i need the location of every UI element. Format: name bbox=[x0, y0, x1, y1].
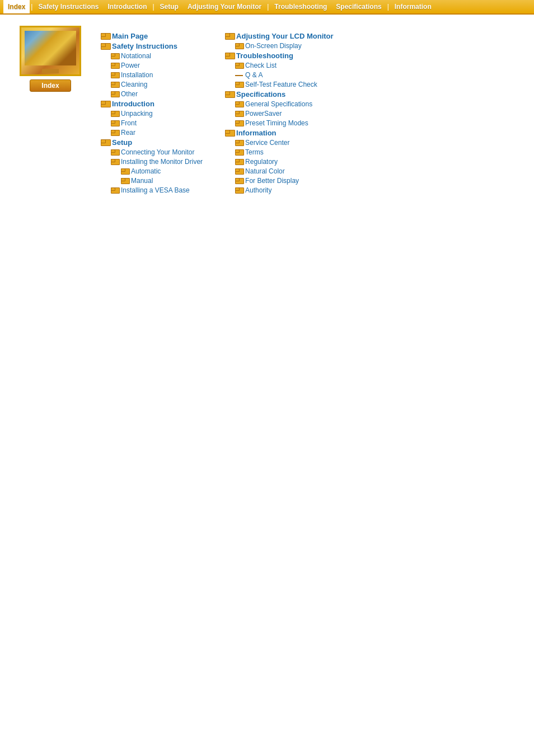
folder-icon-sm bbox=[235, 187, 243, 194]
tree-item[interactable]: Automatic bbox=[121, 167, 203, 176]
tree-item-label: Installing the Monitor Driver bbox=[121, 158, 203, 166]
dash-icon bbox=[235, 75, 243, 76]
tree-item[interactable]: Safety Instructions bbox=[101, 41, 203, 51]
nav-item-safety-instructions[interactable]: Safety Instructions bbox=[34, 0, 103, 13]
right-tree: Adjusting Your LCD MonitorOn-Screen Disp… bbox=[225, 31, 334, 195]
tree-item-label: Setup bbox=[112, 138, 132, 147]
tree-item-label: Introduction bbox=[112, 100, 154, 108]
tree-item[interactable]: Information bbox=[225, 128, 334, 138]
tree-item[interactable]: Terms bbox=[235, 148, 334, 157]
tree-item[interactable]: Main Page bbox=[101, 31, 203, 41]
tree-item[interactable]: Preset Timing Modes bbox=[235, 119, 334, 128]
index-button[interactable]: Index bbox=[30, 79, 71, 92]
tree-item[interactable]: Notational bbox=[111, 51, 203, 60]
tree-item[interactable]: Installing a VESA Base bbox=[111, 186, 203, 195]
tree-item[interactable]: Connecting Your Monitor bbox=[111, 148, 203, 157]
tree-item-label: Check List bbox=[245, 62, 277, 69]
folder-icon bbox=[225, 91, 234, 98]
folder-icon bbox=[101, 139, 110, 146]
main-content: Index Main PageSafety InstructionsNotati… bbox=[0, 15, 534, 206]
tree-item-label: Notational bbox=[121, 52, 151, 60]
nav-item-specifications[interactable]: Specifications bbox=[331, 0, 386, 13]
tree-item-label: General Specifications bbox=[245, 100, 312, 108]
tree-item-label: For Better Display bbox=[245, 177, 299, 185]
folder-icon-sm bbox=[121, 178, 129, 184]
tree-item-label: Regulatory bbox=[245, 158, 278, 166]
folder-icon-sm bbox=[235, 43, 243, 49]
tree-item-label: Manual bbox=[131, 177, 153, 185]
nav-item-introduction[interactable]: Introduction bbox=[104, 0, 152, 13]
tree-item[interactable]: Rear bbox=[111, 128, 203, 137]
tree-item-label: Other bbox=[121, 90, 138, 98]
nav-separator: | bbox=[30, 3, 34, 11]
tree-item[interactable]: Check List bbox=[235, 61, 334, 70]
tree-item[interactable]: Installation bbox=[111, 71, 203, 79]
folder-icon-sm bbox=[111, 91, 119, 97]
tree-item-label: Preset Timing Modes bbox=[245, 119, 308, 127]
tree-item[interactable]: Natural Color bbox=[235, 167, 334, 176]
tree-item-label: On-Screen Display bbox=[245, 42, 302, 50]
tree-item[interactable]: Introduction bbox=[101, 99, 203, 109]
tree-item[interactable]: Installing the Monitor Driver bbox=[111, 157, 203, 166]
tree-item-label: Installing a VESA Base bbox=[121, 186, 190, 194]
folder-icon-sm bbox=[111, 53, 119, 59]
tree-item[interactable]: Other bbox=[111, 90, 203, 98]
folder-icon-sm bbox=[111, 82, 119, 88]
tree-item-label: Power bbox=[121, 62, 140, 69]
tree-item[interactable]: Self-Test Feature Check bbox=[235, 80, 334, 89]
tree-item-label: Automatic bbox=[131, 167, 161, 175]
tree-item-label: Troubleshooting bbox=[236, 51, 293, 60]
nav-item-information[interactable]: Information bbox=[390, 0, 436, 13]
folder-icon bbox=[101, 33, 110, 40]
tree-item-label: Q & A bbox=[245, 71, 263, 79]
folder-icon-sm bbox=[235, 120, 243, 126]
folder-icon-sm bbox=[111, 130, 119, 136]
tree-item[interactable]: Troubleshooting bbox=[225, 51, 334, 60]
tree-item-label: PowerSaver bbox=[245, 110, 282, 118]
folder-icon-sm bbox=[235, 82, 243, 88]
tree-item-label: Front bbox=[121, 119, 137, 127]
tree-item-label: Installation bbox=[121, 71, 153, 79]
nav-separator: | bbox=[266, 3, 270, 11]
nav-item-adjusting-your-monitor[interactable]: Adjusting Your Monitor bbox=[183, 0, 266, 13]
folder-icon-sm bbox=[235, 111, 243, 117]
tree-item[interactable]: Manual bbox=[121, 176, 203, 185]
folder-icon-sm bbox=[121, 168, 129, 175]
folder-icon-sm bbox=[235, 168, 243, 175]
left-tree: Main PageSafety InstructionsNotationalPo… bbox=[101, 31, 203, 195]
tree-item-label: Self-Test Feature Check bbox=[245, 81, 317, 88]
folder-icon-sm bbox=[111, 111, 119, 117]
folder-icon bbox=[101, 43, 110, 50]
tree-item[interactable]: Adjusting Your LCD Monitor bbox=[225, 31, 334, 41]
folder-icon-sm bbox=[111, 72, 119, 78]
tree-item[interactable]: Unpacking bbox=[111, 109, 203, 118]
nav-item-index[interactable]: Index bbox=[3, 0, 30, 13]
tree-item[interactable]: Regulatory bbox=[235, 157, 334, 166]
tree-item[interactable]: General Specifications bbox=[235, 100, 334, 109]
folder-icon bbox=[225, 53, 234, 59]
nav-item-troubleshooting[interactable]: Troubleshooting bbox=[270, 0, 331, 13]
tree-item-label: Terms bbox=[245, 148, 264, 156]
tree-item[interactable]: Setup bbox=[101, 138, 203, 147]
tree-item-label: Service Center bbox=[245, 139, 289, 147]
folder-icon-sm bbox=[235, 63, 243, 69]
tree-item[interactable]: Power bbox=[111, 61, 203, 70]
left-panel: Index bbox=[11, 26, 90, 195]
folder-icon-sm bbox=[235, 101, 243, 107]
folder-icon bbox=[225, 33, 234, 40]
tree-item-label: Specifications bbox=[236, 90, 285, 98]
tree-item[interactable]: Service Center bbox=[235, 138, 334, 147]
tree-item[interactable]: Authority bbox=[235, 186, 334, 195]
tree-item[interactable]: Front bbox=[111, 119, 203, 128]
tree-item[interactable]: For Better Display bbox=[235, 176, 334, 185]
tree-item[interactable]: Specifications bbox=[225, 90, 334, 99]
tree-item[interactable]: On-Screen Display bbox=[235, 41, 334, 50]
tree-item-label: Main Page bbox=[112, 32, 148, 40]
folder-icon-sm bbox=[235, 178, 243, 184]
tree-item[interactable]: Q & A bbox=[235, 71, 334, 79]
nav-item-setup[interactable]: Setup bbox=[156, 0, 183, 13]
tree-item[interactable]: Cleaning bbox=[111, 80, 203, 89]
tree-item[interactable]: PowerSaver bbox=[235, 109, 334, 118]
folder-icon bbox=[101, 101, 110, 107]
navbar: Index|Safety InstructionsIntroduction|Se… bbox=[0, 0, 534, 15]
